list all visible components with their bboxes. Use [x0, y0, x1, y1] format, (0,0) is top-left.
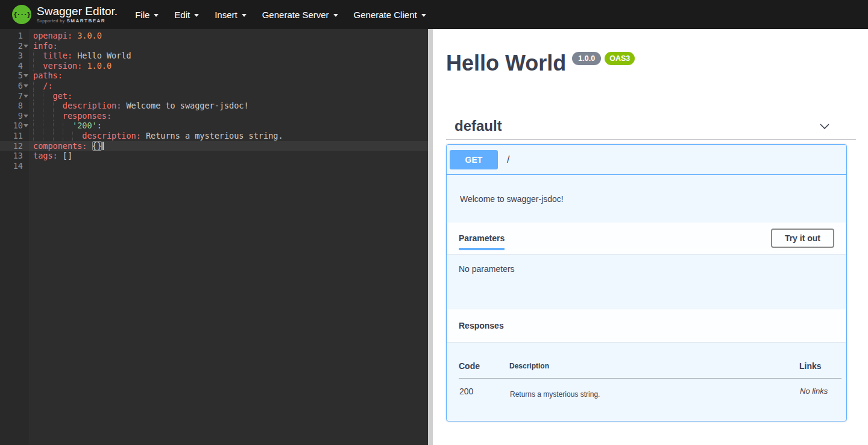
app-title: Swagger Editor.: [37, 5, 118, 17]
code-token: :: [97, 121, 102, 130]
line-number: 4: [0, 61, 29, 71]
topbar-menus: FileEditInsertGenerate ServerGenerate Cl…: [127, 0, 434, 29]
line-code: /:: [29, 81, 53, 91]
line-code: version: 1.0.0: [29, 61, 112, 71]
preview-pane: Hello World 1.0.0 OAS3 default GET / Wel…: [433, 29, 858, 445]
tab-parameters[interactable]: Parameters: [459, 222, 505, 254]
operation-summary[interactable]: GET /: [447, 145, 846, 175]
response-code: 200: [459, 379, 509, 400]
code-token: [33, 111, 43, 121]
fold-caret-icon[interactable]: [24, 74, 28, 77]
editor-line-11[interactable]: 11 description: Returns a mysterious str…: [0, 131, 428, 141]
editor-line-13[interactable]: 13tags: []: [0, 151, 428, 161]
version-badge: 1.0.0: [572, 52, 601, 65]
code-token: [72, 31, 77, 40]
line-number: 5: [0, 71, 29, 81]
line-code: '200':: [29, 121, 102, 131]
line-code: responses:: [29, 111, 112, 121]
line-number: 1: [0, 31, 29, 41]
code-token: Returns a mysterious string.: [146, 131, 283, 140]
smartbear-label: SMARTBEAR: [66, 18, 105, 24]
try-it-out-button[interactable]: Try it out: [771, 229, 834, 248]
line-code: tags: []: [29, 151, 72, 161]
code-token: [33, 51, 43, 61]
caret-down-icon: [242, 14, 247, 17]
line-number: 3: [0, 51, 29, 61]
editor-line-10[interactable]: 10 '200':: [0, 121, 428, 131]
editor-line-6[interactable]: 6 /:: [0, 81, 428, 91]
menu-edit[interactable]: Edit: [166, 0, 207, 29]
code-token: [43, 111, 52, 121]
code-token: [43, 101, 52, 111]
editor-line-7[interactable]: 7 get:: [0, 91, 428, 101]
parameters-tab-label: Parameters: [459, 233, 505, 243]
code-token: description:: [63, 101, 122, 110]
editor-pane[interactable]: 1openapi: 3.0.02info:3 title: Hello Worl…: [0, 29, 428, 445]
get-operation-block: GET / Welcome to swagger-jsdoc! Paramete…: [446, 144, 847, 421]
caret-down-icon: [421, 14, 426, 17]
api-title: Hello World: [446, 51, 566, 75]
code-token: 1.0.0: [87, 61, 112, 71]
fold-caret-icon[interactable]: [24, 95, 28, 98]
editor-line-5[interactable]: 5paths:: [0, 71, 428, 81]
code-token: [141, 131, 146, 140]
line-number: 8: [0, 101, 29, 111]
split-divider-handle[interactable]: [428, 29, 433, 445]
code-token: [33, 101, 43, 111]
code-token: Welcome to swagger-jsdoc!: [126, 101, 248, 110]
operation-path: /: [507, 154, 509, 165]
menu-label: Generate Client: [354, 10, 417, 20]
menu-insert[interactable]: Insert: [207, 0, 254, 29]
editor-line-8[interactable]: 8 description: Welcome to swagger-jsdoc!: [0, 101, 428, 111]
caret-down-icon: [154, 14, 159, 17]
menu-generate-server[interactable]: Generate Server: [254, 0, 346, 29]
code-token: get:: [53, 91, 73, 101]
menu-generate-client[interactable]: Generate Client: [346, 0, 434, 29]
editor-line-4[interactable]: 4 version: 1.0.0: [0, 61, 428, 71]
fold-caret-icon[interactable]: [24, 45, 28, 48]
code-token: [43, 121, 52, 131]
code-token: openapi:: [33, 31, 72, 40]
fold-caret-icon[interactable]: [24, 84, 28, 87]
code-token: [72, 131, 82, 141]
code-token: [33, 91, 43, 101]
parameters-body: No parameters: [447, 254, 846, 309]
logo-subtitle: Supported bySMARTBEAR: [37, 18, 118, 24]
line-code: [29, 161, 33, 171]
responses-section-header: Responses: [447, 309, 846, 342]
fold-caret-icon[interactable]: [24, 115, 28, 118]
code-token: [53, 131, 63, 141]
menu-label: Generate Server: [262, 10, 329, 20]
line-number: 10: [0, 121, 29, 131]
editor-line-2[interactable]: 2info:: [0, 41, 428, 51]
menu-label: Edit: [174, 10, 190, 20]
editor-lines: 1openapi: 3.0.02info:3 title: Hello Worl…: [0, 31, 428, 171]
chevron-down-icon[interactable]: [817, 119, 832, 133]
swagger-logo[interactable]: {···} Swagger Editor. Supported bySMARTB…: [12, 5, 118, 24]
line-number: 9: [0, 111, 29, 121]
responses-table: CodeDescriptionLinks 200Returns a myster…: [459, 354, 841, 399]
editor-line-14[interactable]: 14: [0, 161, 428, 171]
caret-down-icon: [333, 14, 338, 17]
method-badge: GET: [450, 150, 498, 169]
menu-label: Insert: [215, 10, 237, 20]
line-code: info:: [29, 41, 58, 51]
caret-down-icon: [194, 14, 199, 17]
editor-line-1[interactable]: 1openapi: 3.0.0: [0, 31, 428, 41]
line-code: paths:: [29, 71, 63, 81]
api-info-header: Hello World 1.0.0 OAS3: [446, 51, 847, 75]
code-token: [43, 91, 52, 101]
code-token: tags:: [33, 151, 58, 160]
menu-file[interactable]: File: [127, 0, 166, 29]
code-token: [33, 81, 43, 91]
line-code: description: Welcome to swagger-jsdoc!: [29, 101, 249, 111]
line-number: 7: [0, 91, 29, 101]
editor-line-3[interactable]: 3 title: Hello World: [0, 51, 428, 61]
code-token: 3.0.0: [77, 31, 102, 40]
tag-section-header[interactable]: default: [446, 118, 856, 140]
editor-line-12[interactable]: 12components: {}: [0, 141, 428, 151]
fold-caret-icon[interactable]: [24, 124, 28, 127]
responses-body: CodeDescriptionLinks 200Returns a myster…: [447, 342, 846, 421]
code-token: '200': [72, 121, 97, 130]
editor-line-9[interactable]: 9 responses:: [0, 111, 428, 121]
